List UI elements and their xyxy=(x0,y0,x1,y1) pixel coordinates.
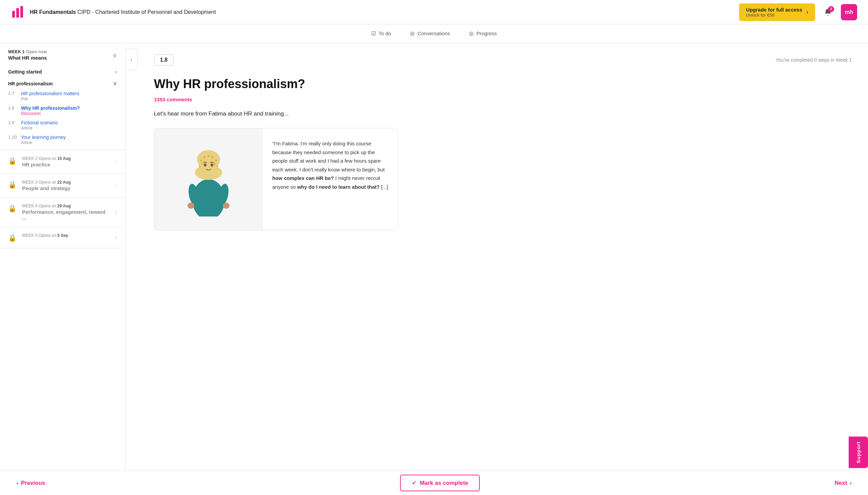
upgrade-arrow-icon: › xyxy=(806,8,808,16)
character-illustration xyxy=(181,142,236,217)
support-button[interactable]: Support xyxy=(849,437,868,468)
svg-rect-1 xyxy=(16,8,19,18)
sidebar-item-1-9[interactable]: 1.9 Fictional scenario Article xyxy=(8,118,117,133)
sidebar-collapse-button[interactable]: ‹ xyxy=(126,49,138,70)
tab-conversations-label: Conversations xyxy=(417,31,450,36)
speech-text: "I'm Fatima. I'm really only doing this … xyxy=(272,139,388,191)
svg-point-12 xyxy=(200,159,202,161)
sidebar-item-1-7[interactable]: 1.7 HR professionalism matters Poll xyxy=(8,89,117,103)
item-num-1-9: 1.9 xyxy=(8,120,18,131)
futurelearn-logo xyxy=(11,5,26,20)
bottom-nav: ‹ Previous ✓ Mark as complete Next › xyxy=(0,471,868,495)
svg-point-17 xyxy=(201,163,203,165)
speech-panel: "I'm Fatima. I'm really only doing this … xyxy=(263,129,398,230)
upgrade-price: Unlock for €59 xyxy=(746,13,802,18)
top-nav: HR Fundamentals CIPD - Chartered Institu… xyxy=(0,0,868,24)
todo-icon: ☑ xyxy=(371,30,376,37)
tab-progress-label: Progress xyxy=(477,31,497,36)
sidebar-week-3[interactable]: 🔒 WEEK 3 Opens on 22 Aug People and stra… xyxy=(0,174,125,198)
week-1-label: WEEK 1 Open now xyxy=(8,50,47,54)
mark-complete-button[interactable]: ✓ Mark as complete xyxy=(400,475,480,491)
tab-todo-label: To do xyxy=(379,31,391,36)
week-1-items: Getting started › HR professionalism ∨ 1… xyxy=(8,65,117,150)
content-area: 1.8 You've completed 0 steps in Week 1 W… xyxy=(138,44,868,495)
svg-rect-0 xyxy=(12,11,15,18)
week-3-label: WEEK 3 Opens on 22 Aug xyxy=(22,180,110,185)
section-hr-professionalism[interactable]: HR professionalism ∨ xyxy=(8,77,117,89)
tab-todo[interactable]: ☑ To do xyxy=(370,24,393,44)
tab-conversations[interactable]: ◎ Conversations xyxy=(408,24,451,44)
article-title: Why HR professionalism? xyxy=(154,76,852,91)
section-hr-professionalism-label: HR professionalism xyxy=(8,81,53,86)
upgrade-title: Upgrade for full access xyxy=(746,7,802,13)
item-title-1-7: HR professionalism matters xyxy=(21,91,79,96)
svg-point-18 xyxy=(214,163,216,165)
item-num-1-7: 1.7 xyxy=(8,91,18,101)
item-subtitle-1-7: Poll xyxy=(21,97,79,101)
hr-professionalism-chevron-icon: ∨ xyxy=(113,80,117,87)
checkmark-icon: ✓ xyxy=(412,479,416,487)
next-arrow-icon: › xyxy=(850,480,852,487)
character-panel xyxy=(154,129,263,230)
svg-point-13 xyxy=(203,156,205,158)
item-subtitle-1-9: Article xyxy=(21,126,58,131)
content-header: 1.8 You've completed 0 steps in Week 1 xyxy=(154,54,852,66)
sidebar-week-4[interactable]: 🔒 WEEK 4 Opens on 29 Aug Performance, en… xyxy=(0,198,125,227)
item-subtitle-1-8: Discussion xyxy=(21,111,80,116)
week-5-chevron-icon: › xyxy=(115,234,117,241)
conversations-icon: ◎ xyxy=(410,30,415,37)
week-1-chevron-icon: ∨ xyxy=(113,51,117,59)
svg-point-6 xyxy=(187,203,194,209)
sidebar-item-1-8[interactable]: 1.8 Why HR professionalism? Discussion xyxy=(8,103,117,118)
section-getting-started[interactable]: Getting started › xyxy=(8,65,117,77)
avatar-initials: mh xyxy=(845,9,853,15)
user-avatar-button[interactable]: mh xyxy=(841,4,857,20)
notification-badge: 3 xyxy=(828,6,834,12)
mark-complete-label: Mark as complete xyxy=(420,480,468,487)
course-title: HR Fundamentals CIPD - Chartered Institu… xyxy=(30,9,216,15)
notifications-button[interactable]: 3 xyxy=(820,5,835,20)
prev-arrow-icon: ‹ xyxy=(16,480,18,487)
upgrade-banner[interactable]: Upgrade for full access Unlock for €59 › xyxy=(739,3,815,21)
week-4-label: WEEK 4 Opens on 29 Aug xyxy=(22,204,110,208)
item-num-1-8: 1.8 xyxy=(8,105,18,116)
article-intro: Let's hear more from Fatima about HR and… xyxy=(154,110,852,117)
item-title-1-8: Why HR professionalism? xyxy=(21,105,80,111)
lock-icon-week-3: 🔒 xyxy=(8,181,17,189)
item-num-1-10: 1.10 xyxy=(8,135,18,145)
svg-point-15 xyxy=(212,156,214,158)
week-5-label: WEEK 5 Opens on 5 Sep xyxy=(22,233,110,238)
next-button[interactable]: Next › xyxy=(834,480,852,487)
item-title-1-9: Fictional scenario xyxy=(21,120,58,125)
upgrade-text: Upgrade for full access Unlock for €59 xyxy=(746,7,802,18)
svg-point-20 xyxy=(211,163,213,167)
svg-point-16 xyxy=(215,159,217,161)
svg-point-7 xyxy=(223,203,230,209)
week-1-header[interactable]: WEEK 1 Open now What HR means ∨ xyxy=(8,50,117,65)
sidebar: WEEK 1 Open now What HR means ∨ Getting … xyxy=(0,44,126,495)
support-label: Support xyxy=(855,442,861,463)
lock-icon-week-5: 🔒 xyxy=(8,234,17,242)
week-2-name: HR practice xyxy=(22,161,110,167)
secondary-nav: ☑ To do ◎ Conversations ◎ Progress xyxy=(0,24,868,44)
next-label: Next xyxy=(834,480,847,487)
svg-rect-2 xyxy=(20,6,23,18)
lock-icon-week-2: 🔒 xyxy=(8,157,17,165)
sidebar-week-2[interactable]: 🔒 WEEK 2 Opens on 15 Aug HR practice › xyxy=(0,150,125,174)
nav-actions: Upgrade for full access Unlock for €59 ›… xyxy=(739,3,857,21)
week-1-name: What HR means xyxy=(8,55,47,61)
item-title-1-10: Your learning journey xyxy=(21,135,66,140)
sidebar-week-5[interactable]: 🔒 WEEK 5 Opens on 5 Sep › xyxy=(0,227,125,248)
week-4-chevron-icon: › xyxy=(115,209,117,216)
getting-started-chevron-icon: › xyxy=(115,69,117,75)
previous-button[interactable]: ‹ Previous xyxy=(16,480,45,487)
section-getting-started-label: Getting started xyxy=(8,69,42,74)
comments-count[interactable]: 1353 comments xyxy=(154,97,852,102)
step-badge: 1.8 xyxy=(154,54,173,66)
tab-progress[interactable]: ◎ Progress xyxy=(468,24,498,44)
lock-icon-week-4: 🔒 xyxy=(8,204,17,212)
item-subtitle-1-10: Article xyxy=(21,140,66,145)
sidebar-week-1: WEEK 1 Open now What HR means ∨ Getting … xyxy=(0,44,125,150)
sidebar-item-1-10[interactable]: 1.10 Your learning journey Article xyxy=(8,133,117,147)
svg-point-14 xyxy=(207,155,210,157)
